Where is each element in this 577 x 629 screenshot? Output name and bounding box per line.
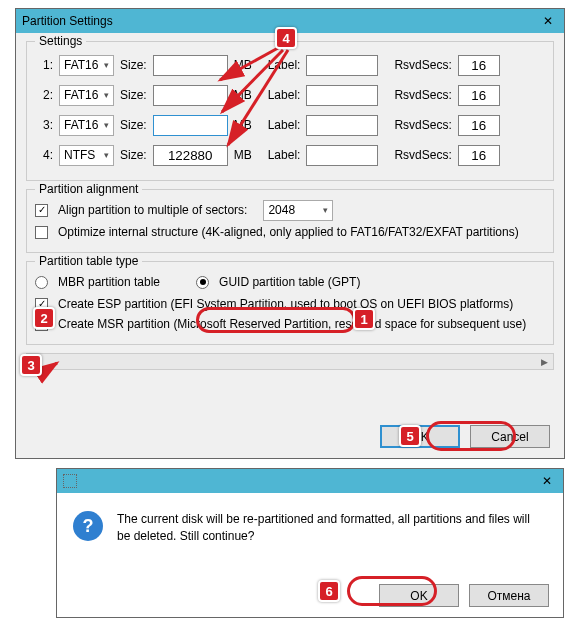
label-input-1[interactable] — [306, 55, 378, 76]
label-input-3[interactable] — [306, 115, 378, 136]
horizontal-scrollbar[interactable]: ◀ ▶ — [26, 353, 554, 370]
scroll-right-icon[interactable]: ▶ — [536, 354, 553, 369]
title-bar: ✕ — [57, 469, 563, 493]
confirm-cancel-button[interactable]: Отмена — [469, 584, 549, 607]
ptt-legend: Partition table type — [35, 254, 142, 268]
close-icon[interactable]: ✕ — [537, 472, 557, 490]
size-label: Size: — [120, 58, 147, 72]
label-input-4[interactable] — [306, 145, 378, 166]
label-input-2[interactable] — [306, 85, 378, 106]
size-input-1[interactable] — [153, 55, 228, 76]
chevron-down-icon: ▾ — [104, 120, 109, 130]
label-label: Label: — [268, 58, 301, 72]
optimize-checkbox[interactable] — [35, 226, 48, 239]
title-bar: Partition Settings ✕ — [16, 9, 564, 33]
row-index: 1: — [35, 58, 53, 72]
app-icon — [63, 474, 77, 488]
close-icon[interactable]: ✕ — [538, 12, 558, 30]
settings-legend: Settings — [35, 34, 86, 48]
rsv-input-1[interactable] — [458, 55, 500, 76]
size-input-4[interactable] — [153, 145, 228, 166]
rsv-input-2[interactable] — [458, 85, 500, 106]
msr-label: Create MSR partition (Microsoft Reserved… — [58, 317, 526, 331]
msr-checkbox[interactable] — [35, 318, 48, 331]
fs-select-1[interactable]: FAT16▾ — [59, 55, 114, 76]
gpt-radio[interactable] — [196, 276, 209, 289]
scroll-left-icon[interactable]: ◀ — [27, 354, 44, 369]
rsv-input-4[interactable] — [458, 145, 500, 166]
optimize-label: Optimize internal structure (4K-aligned,… — [58, 225, 519, 239]
esp-label: Create ESP partition (EFI System Partiti… — [58, 297, 513, 311]
cancel-button[interactable]: Cancel — [470, 425, 550, 448]
alignment-group: Partition alignment Align partition to m… — [26, 189, 554, 253]
chevron-down-icon: ▾ — [104, 150, 109, 160]
chevron-down-icon: ▾ — [104, 60, 109, 70]
alignment-legend: Partition alignment — [35, 182, 142, 196]
gpt-label: GUID partition table (GPT) — [219, 275, 360, 289]
rsv-input-3[interactable] — [458, 115, 500, 136]
align-checkbox[interactable] — [35, 204, 48, 217]
partition-row-1: 1: FAT16▾ Size: MB Label: RsvdSecs: — [35, 50, 545, 80]
rsv-label: RsvdSecs: — [394, 58, 451, 72]
confirmation-dialog: ✕ ? The current disk will be re-partitio… — [56, 468, 564, 618]
mbr-label: MBR partition table — [58, 275, 160, 289]
fs-select-4[interactable]: NTFS▾ — [59, 145, 114, 166]
align-sectors-select[interactable]: 2048▾ — [263, 200, 333, 221]
question-icon: ? — [73, 511, 103, 541]
confirmation-message: The current disk will be re-partitioned … — [117, 511, 547, 545]
align-label: Align partition to multiple of sectors: — [58, 203, 247, 217]
mbr-radio[interactable] — [35, 276, 48, 289]
confirm-ok-button[interactable]: OK — [379, 584, 459, 607]
esp-checkbox[interactable] — [35, 298, 48, 311]
size-input-2[interactable] — [153, 85, 228, 106]
ok-button[interactable]: OK — [380, 425, 460, 448]
chevron-down-icon: ▾ — [323, 205, 328, 215]
dialog-title: Partition Settings — [22, 14, 113, 28]
partition-row-4: 4: NTFS▾ Size: MB Label: RsvdSecs: — [35, 140, 545, 170]
partition-table-type-group: Partition table type MBR partition table… — [26, 261, 554, 345]
fs-select-2[interactable]: FAT16▾ — [59, 85, 114, 106]
partition-row-2: 2: FAT16▾ Size: MB Label: RsvdSecs: — [35, 80, 545, 110]
partition-settings-dialog: Partition Settings ✕ Settings 1: FAT16▾ … — [15, 8, 565, 459]
size-input-3[interactable] — [153, 115, 228, 136]
settings-group: Settings 1: FAT16▾ Size: MB Label: RsvdS… — [26, 41, 554, 181]
fs-select-3[interactable]: FAT16▾ — [59, 115, 114, 136]
mb-label: MB — [234, 58, 252, 72]
chevron-down-icon: ▾ — [104, 90, 109, 100]
partition-row-3: 3: FAT16▾ Size: MB Label: RsvdSecs: — [35, 110, 545, 140]
